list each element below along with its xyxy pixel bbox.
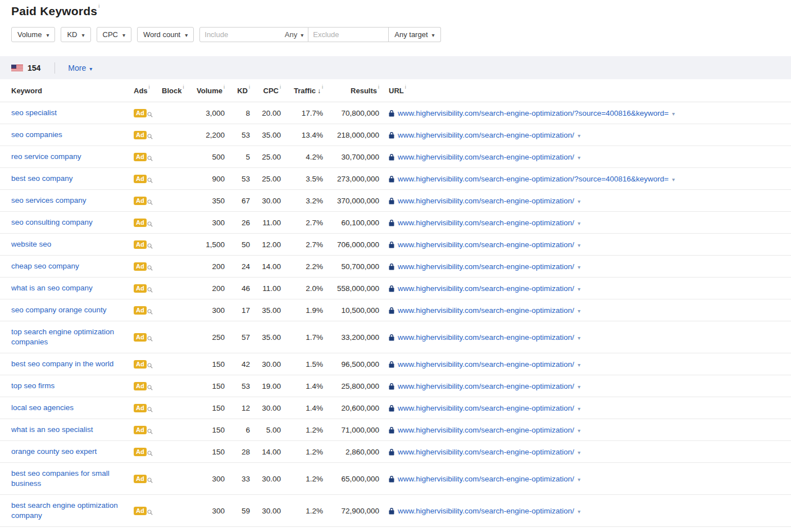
url-link[interactable]: www.highervisibility.com/search-engine-o… xyxy=(398,475,574,483)
include-input[interactable] xyxy=(204,30,285,39)
url-dropdown-icon[interactable] xyxy=(578,197,580,205)
ad-badge[interactable]: Ad xyxy=(134,175,147,184)
url-link[interactable]: www.highervisibility.com/search-engine-o… xyxy=(398,448,574,456)
keyword-link[interactable]: seo services company xyxy=(11,196,87,204)
keyword-link[interactable]: best seo company xyxy=(11,174,73,183)
column-header-volume[interactable]: Volumei xyxy=(196,79,225,102)
url-dropdown-icon[interactable] xyxy=(578,448,580,456)
url-dropdown-icon[interactable] xyxy=(578,153,580,161)
url-dropdown-icon[interactable] xyxy=(578,306,580,315)
more-dropdown[interactable]: More xyxy=(68,63,92,72)
ad-badge[interactable]: Ad xyxy=(134,153,147,162)
keyword-link[interactable]: cheap seo company xyxy=(11,262,79,270)
serp-magnifier-icon[interactable] xyxy=(147,134,153,139)
keyword-link[interactable]: best search engine optimization company xyxy=(11,501,118,520)
url-dropdown-icon[interactable] xyxy=(578,262,580,271)
url-link[interactable]: www.highervisibility.com/search-engine-o… xyxy=(398,404,574,412)
keyword-link[interactable]: best seo company in the world xyxy=(11,360,113,368)
column-header-traffic[interactable]: Traffic↓i xyxy=(281,79,323,102)
url-dropdown-icon[interactable] xyxy=(578,333,580,342)
column-header-ads[interactable]: Adsi xyxy=(134,79,162,102)
serp-magnifier-icon[interactable] xyxy=(147,407,153,412)
keyword-link[interactable]: seo company orange county xyxy=(11,306,107,314)
serp-magnifier-icon[interactable] xyxy=(147,451,153,456)
serp-magnifier-icon[interactable] xyxy=(147,336,153,342)
url-dropdown-icon[interactable] xyxy=(578,507,580,515)
ad-badge[interactable]: Ad xyxy=(134,219,147,228)
ad-badge[interactable]: Ad xyxy=(134,240,147,249)
serp-magnifier-icon[interactable] xyxy=(147,510,153,515)
url-link[interactable]: www.highervisibility.com/search-engine-o… xyxy=(398,360,574,369)
column-header-kd[interactable]: KDi xyxy=(225,79,250,102)
kd-filter-button[interactable]: KD xyxy=(61,27,90,42)
url-dropdown-icon[interactable] xyxy=(578,426,580,434)
url-link[interactable]: www.highervisibility.com/search-engine-o… xyxy=(398,333,574,342)
url-link[interactable]: www.highervisibility.com/search-engine-o… xyxy=(398,507,574,515)
ad-badge[interactable]: Ad xyxy=(134,404,147,413)
url-dropdown-icon[interactable] xyxy=(578,360,580,369)
serp-magnifier-icon[interactable] xyxy=(147,429,153,434)
url-link[interactable]: www.highervisibility.com/search-engine-o… xyxy=(398,284,574,293)
url-link[interactable]: www.highervisibility.com/search-engine-o… xyxy=(398,197,574,205)
ad-badge[interactable]: Ad xyxy=(134,382,147,391)
keyword-link[interactable]: seo specialist xyxy=(11,108,57,117)
url-dropdown-icon[interactable] xyxy=(672,109,675,117)
url-link[interactable]: www.highervisibility.com/search-engine-o… xyxy=(398,426,574,434)
ad-badge[interactable]: Ad xyxy=(134,284,147,293)
keyword-link[interactable]: top seo firms xyxy=(11,381,54,390)
ad-badge[interactable]: Ad xyxy=(134,306,147,315)
url-link[interactable]: www.highervisibility.com/search-engine-o… xyxy=(398,262,574,271)
url-link[interactable]: www.highervisibility.com/search-engine-o… xyxy=(398,131,574,139)
url-dropdown-icon[interactable] xyxy=(578,219,580,227)
serp-magnifier-icon[interactable] xyxy=(147,199,153,205)
keyword-link[interactable]: seo consulting company xyxy=(11,218,93,226)
include-mode-dropdown[interactable]: Any xyxy=(285,30,303,39)
url-link[interactable]: www.highervisibility.com/search-engine-o… xyxy=(398,153,574,161)
serp-magnifier-icon[interactable] xyxy=(147,287,153,293)
target-filter-button[interactable]: Any target xyxy=(389,27,440,42)
keyword-link[interactable]: orange county seo expert xyxy=(11,447,97,456)
keyword-link[interactable]: top search engine optimization companies xyxy=(11,328,114,346)
url-dropdown-icon[interactable] xyxy=(578,404,580,412)
url-link[interactable]: www.highervisibility.com/search-engine-o… xyxy=(398,240,574,249)
url-link[interactable]: www.highervisibility.com/search-engine-o… xyxy=(398,109,669,117)
url-dropdown-icon[interactable] xyxy=(672,175,675,183)
url-link[interactable]: www.highervisibility.com/search-engine-o… xyxy=(398,306,574,315)
word-count-filter-button[interactable]: Word count xyxy=(137,27,194,42)
url-dropdown-icon[interactable] xyxy=(578,240,580,249)
serp-magnifier-icon[interactable] xyxy=(147,112,153,117)
ad-badge[interactable]: Ad xyxy=(134,360,147,369)
url-link[interactable]: www.highervisibility.com/search-engine-o… xyxy=(398,175,669,183)
ad-badge[interactable]: Ad xyxy=(134,262,147,271)
column-header-block[interactable]: Blocki xyxy=(162,79,196,102)
ad-badge[interactable]: Ad xyxy=(134,109,147,118)
serp-magnifier-icon[interactable] xyxy=(147,243,153,249)
keyword-link[interactable]: reo service company xyxy=(11,152,81,161)
keyword-link[interactable]: best seo companies for small business xyxy=(11,469,110,488)
keyword-link[interactable]: website seo xyxy=(11,240,51,248)
exclude-input[interactable] xyxy=(313,30,384,39)
volume-filter-button[interactable]: Volume xyxy=(11,27,55,42)
url-link[interactable]: www.highervisibility.com/search-engine-o… xyxy=(398,219,574,227)
url-dropdown-icon[interactable] xyxy=(578,284,580,293)
serp-magnifier-icon[interactable] xyxy=(147,478,153,483)
ad-badge[interactable]: Ad xyxy=(134,197,147,206)
ad-badge[interactable]: Ad xyxy=(134,448,147,457)
keyword-link[interactable]: what is an seo company xyxy=(11,284,93,292)
keyword-link[interactable]: seo companies xyxy=(11,130,62,139)
url-dropdown-icon[interactable] xyxy=(578,475,580,483)
url-link[interactable]: www.highervisibility.com/search-engine-o… xyxy=(398,382,574,390)
serp-magnifier-icon[interactable] xyxy=(147,265,153,271)
ad-badge[interactable]: Ad xyxy=(134,333,147,342)
keyword-link[interactable]: what is an seo specialist xyxy=(11,425,93,434)
serp-magnifier-icon[interactable] xyxy=(147,309,153,315)
serp-magnifier-icon[interactable] xyxy=(147,385,153,390)
serp-magnifier-icon[interactable] xyxy=(147,156,153,161)
cpc-filter-button[interactable]: CPC xyxy=(97,27,131,42)
ad-badge[interactable]: Ad xyxy=(134,131,147,140)
serp-magnifier-icon[interactable] xyxy=(147,363,153,369)
ad-badge[interactable]: Ad xyxy=(134,475,147,484)
url-dropdown-icon[interactable] xyxy=(578,131,580,139)
serp-magnifier-icon[interactable] xyxy=(147,178,153,183)
column-header-results[interactable]: Resultsi xyxy=(323,79,379,102)
